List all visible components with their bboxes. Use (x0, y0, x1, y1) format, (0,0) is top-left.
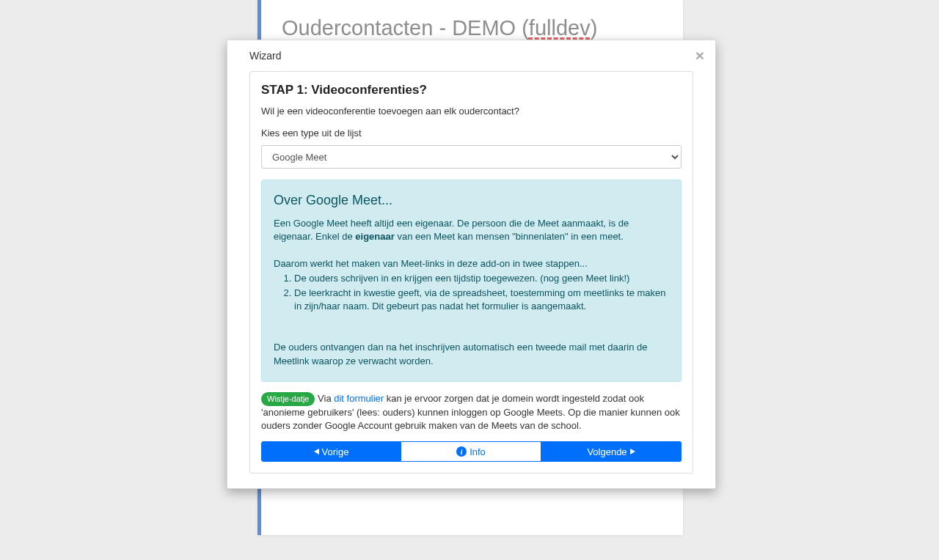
button-row: Vorige i Info Volgende (250, 441, 693, 473)
info-icon: i (456, 446, 467, 457)
page-title-suffix: ) (591, 16, 598, 40)
next-button[interactable]: Volgende (541, 441, 682, 462)
info-button-label: Info (470, 446, 486, 457)
info-paragraph-1: Een Google Meet heeft altijd een eigenaa… (274, 217, 669, 243)
select-label: Kies een type uit de lijst (261, 128, 682, 139)
info-paragraph-2: Daarom werkt het maken van Meet-links in… (274, 257, 669, 270)
info-box: Over Google Meet... Een Google Meet heef… (261, 180, 682, 382)
page-title-link: fulldev (529, 16, 591, 40)
page-title-prefix: Oudercontacten - DEMO ( (282, 16, 529, 40)
card-content: STAP 1: Videoconferenties? Wil je een vi… (250, 72, 693, 432)
tip-t1: Via (315, 393, 334, 404)
close-icon: × (695, 47, 704, 64)
info-title: Over Google Meet... (274, 191, 669, 210)
video-type-select[interactable]: Google Meet (261, 145, 682, 169)
info-step-2: De leerkracht in kwestie geeft, via de s… (294, 287, 669, 313)
wizard-card: STAP 1: Videoconferenties? Wil je een vi… (249, 71, 693, 474)
wizard-modal: Wizard × STAP 1: Videoconferenties? Wil … (227, 40, 716, 489)
tip-link[interactable]: dit formulier (334, 393, 384, 404)
prev-button-label: Vorige (322, 446, 349, 457)
arrow-left-icon (314, 449, 319, 454)
info-button[interactable]: i Info (401, 441, 541, 462)
prev-button[interactable]: Vorige (261, 441, 401, 462)
next-button-label: Volgende (587, 446, 626, 457)
info-paragraph-3: De ouders ontvangen dan na het inschrijv… (274, 341, 669, 367)
info-step-1: De ouders schrijven in en krijgen een ti… (294, 272, 669, 285)
arrow-right-icon (630, 449, 635, 454)
modal-header: Wizard × (227, 40, 715, 71)
modal-title: Wizard (249, 50, 282, 62)
modal-body: STAP 1: Videoconferenties? Wil je een vi… (227, 71, 715, 488)
info-p1-bold: eigenaar (355, 231, 394, 242)
close-button[interactable]: × (691, 46, 709, 64)
tip-badge: Wistje-datje (261, 392, 315, 406)
step-title: STAP 1: Videoconferenties? (261, 83, 682, 97)
info-p1c: van een Meet kan mensen "binnenlaten" in… (395, 231, 624, 242)
page-title: Oudercontacten - DEMO (fulldev) (282, 16, 662, 40)
info-steps-list: De ouders schrijven in en krijgen een ti… (274, 272, 669, 314)
step-question: Wil je een videoconferentie toevoegen aa… (261, 106, 682, 117)
tip-row: Wistje-datje Via dit formulier kan je er… (261, 392, 682, 433)
